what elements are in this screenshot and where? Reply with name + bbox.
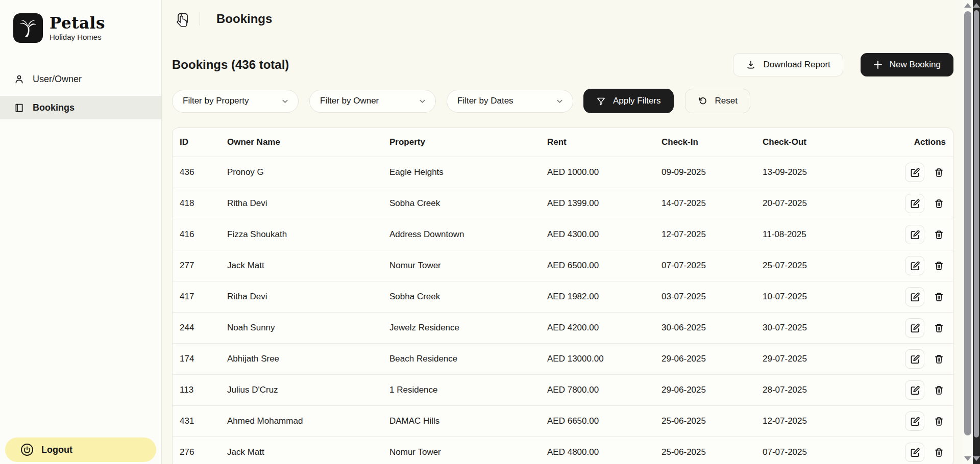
edit-button[interactable]	[905, 225, 924, 244]
window-scrollbar[interactable]	[973, 0, 980, 464]
logout-button[interactable]: Logout	[5, 437, 156, 462]
filter-by-property-value: Filter by Property	[183, 96, 249, 106]
edit-button[interactable]	[905, 380, 924, 400]
delete-button[interactable]	[931, 163, 946, 182]
delete-button[interactable]	[931, 194, 946, 213]
bookings-heading: Bookings (436 total)	[172, 58, 289, 72]
trash-icon	[934, 292, 944, 302]
cell-property: Beach Residence	[389, 354, 547, 364]
edit-button[interactable]	[905, 443, 924, 462]
edit-icon	[910, 385, 920, 396]
cell-checkin: 29-06-2025	[662, 354, 763, 364]
trash-icon	[934, 167, 944, 178]
cell-id: 113	[180, 385, 227, 395]
page-scrollbar[interactable]	[963, 0, 973, 464]
scroll-up-arrow[interactable]	[964, 3, 971, 8]
cell-rent: AED 4300.00	[547, 229, 662, 240]
cell-checkin: 30-06-2025	[662, 323, 763, 333]
cell-id: 417	[180, 292, 227, 302]
delete-button[interactable]	[931, 380, 946, 400]
delete-button[interactable]	[931, 318, 946, 338]
delete-button[interactable]	[931, 411, 946, 431]
cell-checkout: 20-07-2025	[763, 198, 896, 209]
col-header-checkin: Check-In	[662, 137, 763, 147]
edit-icon	[910, 229, 920, 240]
logout-label: Logout	[41, 445, 72, 455]
table-row: 276 Jack Matt Nomur Tower AED 4800.00 25…	[173, 436, 953, 464]
reset-button[interactable]: Reset	[685, 89, 750, 113]
trash-icon	[934, 229, 944, 240]
cell-owner: Jack Matt	[227, 261, 389, 271]
scroll-down-arrow[interactable]	[964, 456, 971, 461]
scroll-up-arrow[interactable]	[973, 3, 980, 8]
cell-owner: Fizza Shoukath	[227, 229, 389, 240]
delete-button[interactable]	[931, 443, 946, 462]
cell-property: Nomur Tower	[389, 447, 547, 457]
filter-by-dates-select[interactable]: Filter by Dates	[447, 90, 573, 113]
new-booking-button[interactable]: New Booking	[861, 53, 953, 76]
user-icon	[14, 74, 24, 85]
cell-property: DAMAC Hills	[389, 416, 547, 426]
table-row: 244 Noah Sunny Jewelz Residence AED 4200…	[173, 312, 953, 343]
cell-rent: AED 13000.00	[547, 354, 662, 364]
topbar: Bookings	[162, 0, 963, 38]
divider	[200, 12, 200, 25]
col-header-checkout: Check-Out	[763, 137, 896, 147]
edit-button[interactable]	[905, 163, 924, 182]
edit-icon	[910, 323, 920, 333]
cell-owner: Pronoy G	[227, 167, 389, 177]
delete-button[interactable]	[931, 256, 946, 275]
palm-tree-icon	[13, 13, 43, 43]
edit-icon	[910, 354, 920, 365]
sidebar-item-user-owner[interactable]: User/Owner	[0, 67, 161, 91]
cell-id: 416	[180, 229, 227, 240]
trash-icon	[934, 385, 944, 396]
delete-button[interactable]	[931, 225, 946, 244]
trash-icon	[934, 198, 944, 209]
cell-property: Sobha Creek	[389, 198, 547, 209]
main-area: Bookings Bookings (436 total) Download R…	[162, 0, 963, 464]
table-row: 277 Jack Matt Nomur Tower AED 6500.00 07…	[173, 250, 953, 281]
reset-label: Reset	[715, 96, 738, 106]
cell-checkin: 07-07-2025	[662, 261, 763, 271]
sidebar-item-bookings[interactable]: Bookings	[0, 96, 161, 119]
cell-rent: AED 1982.00	[547, 292, 662, 302]
edit-button[interactable]	[905, 318, 924, 338]
col-header-rent: Rent	[547, 137, 662, 147]
sidebar-toggle-button[interactable]	[172, 8, 193, 30]
cell-property: Jewelz Residence	[389, 323, 547, 333]
col-header-actions: Actions	[896, 137, 953, 147]
cell-checkin: 12-07-2025	[662, 229, 763, 240]
window-scrollbar-thumb[interactable]	[974, 10, 979, 437]
delete-button[interactable]	[931, 349, 946, 369]
edit-button[interactable]	[905, 349, 924, 369]
cell-checkout: 30-07-2025	[763, 323, 896, 333]
delete-button[interactable]	[931, 287, 946, 306]
trash-icon	[934, 323, 944, 333]
edit-icon	[910, 167, 920, 178]
col-header-id: ID	[180, 137, 227, 147]
sidebar-item-label: User/Owner	[33, 74, 82, 85]
new-booking-label: New Booking	[890, 60, 941, 70]
filter-by-owner-select[interactable]: Filter by Owner	[309, 90, 436, 113]
edit-button[interactable]	[905, 287, 924, 306]
brand-name: Petals	[50, 15, 105, 32]
edit-button[interactable]	[905, 411, 924, 431]
col-header-property: Property	[389, 137, 547, 147]
edit-button[interactable]	[905, 256, 924, 275]
table-row: 418 Ritha Devi Sobha Creek AED 1399.00 1…	[173, 188, 953, 219]
cell-property: Sobha Creek	[389, 292, 547, 302]
scroll-down-arrow[interactable]	[973, 456, 980, 461]
cell-rent: AED 6500.00	[547, 261, 662, 271]
brand-logo: Petals Holiday Homes	[0, 0, 161, 43]
download-icon	[746, 60, 756, 70]
cell-checkin: 09-09-2025	[662, 167, 763, 177]
cell-property: Eagle Heights	[389, 167, 547, 177]
cell-owner: Julius D'Cruz	[227, 385, 389, 395]
apply-filters-button[interactable]: Apply Filters	[583, 89, 674, 113]
filter-by-property-select[interactable]: Filter by Property	[172, 90, 299, 113]
page-scrollbar-thumb[interactable]	[964, 11, 971, 435]
apply-filters-label: Apply Filters	[613, 96, 661, 106]
download-report-button[interactable]: Download Report	[733, 53, 843, 76]
edit-button[interactable]	[905, 194, 924, 213]
